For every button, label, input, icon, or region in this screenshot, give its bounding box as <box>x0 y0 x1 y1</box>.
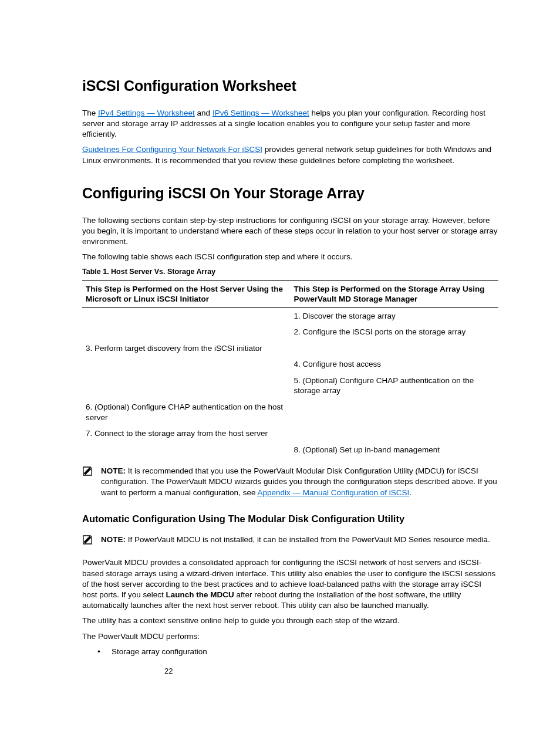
cell: 2. Configure the iSCSI ports on the stor… <box>291 324 499 340</box>
paragraph-mdcu-description: PowerVault MDCU provides a consolidated … <box>82 557 498 611</box>
table-row: 1. Discover the storage array <box>82 307 498 324</box>
table-host-vs-array: This Step is Performed on the Host Serve… <box>82 280 498 458</box>
list-item: Storage array configuration <box>112 647 498 657</box>
table-row: 8. (Optional) Set up in-band management <box>82 442 498 458</box>
note-label: NOTE: <box>101 466 128 475</box>
cell: 7. Connect to the storage array from the… <box>82 425 291 442</box>
cell: 1. Discover the storage array <box>291 307 499 324</box>
heading-iscsi-worksheet: iSCSI Configuration Worksheet <box>82 76 498 96</box>
table-row: 6. (Optional) Configure CHAP authenticat… <box>82 399 498 425</box>
text: The <box>82 109 98 117</box>
heading-auto-config: Automatic Configuration Using The Modula… <box>82 512 498 525</box>
text: . <box>409 488 411 497</box>
link-ipv4-worksheet[interactable]: IPv4 Settings — Worksheet <box>98 109 195 117</box>
text: and <box>195 109 212 117</box>
link-ipv6-worksheet[interactable]: IPv6 Settings — Worksheet <box>212 109 309 117</box>
cell: 5. (Optional) Configure CHAP authenticat… <box>291 373 499 399</box>
note-text: If PowerVault MDCU is not installed, it … <box>128 535 490 544</box>
table-row: 3. Perform target discovery from the iSC… <box>82 340 498 357</box>
paragraph-context-help: The utility has a context sensitive onli… <box>82 616 498 626</box>
paragraph-guidelines: Guidelines For Configuring Your Network … <box>82 144 498 165</box>
cell: 8. (Optional) Set up in-band management <box>291 442 499 458</box>
link-network-guidelines[interactable]: Guidelines For Configuring Your Network … <box>82 145 262 154</box>
table-caption: Table 1. Host Server Vs. Storage Array <box>82 267 498 277</box>
note-icon <box>82 535 95 548</box>
page-number: 22 <box>164 666 173 677</box>
paragraph-table-intro: The following table shows each iSCSI con… <box>82 252 498 262</box>
cell: 6. (Optional) Configure CHAP authenticat… <box>82 399 291 425</box>
note-icon <box>82 466 95 498</box>
table-row: 2. Configure the iSCSI ports on the stor… <box>82 324 498 340</box>
table-header-host: This Step is Performed on the Host Serve… <box>82 281 291 307</box>
paragraph-performs: The PowerVault MDCU performs: <box>82 631 498 642</box>
table-header-array: This Step is Performed on the Storage Ar… <box>291 281 499 307</box>
note-label: NOTE: <box>101 535 128 544</box>
cell: 4. Configure host access <box>291 356 499 373</box>
table-row: 7. Connect to the storage array from the… <box>82 425 498 442</box>
heading-configuring-iscsi: Configuring iSCSI On Your Storage Array <box>82 184 498 204</box>
paragraph-instructions: The following sections contain step-by-s… <box>82 215 498 248</box>
note-block-install: NOTE: If PowerVault MDCU is not installe… <box>82 535 498 548</box>
bold-launch-mdcu: Launch the MDCU <box>166 590 234 599</box>
table-row: 4. Configure host access <box>82 356 498 373</box>
cell: 3. Perform target discovery from the iSC… <box>82 340 291 357</box>
table-row: 5. (Optional) Configure CHAP authenticat… <box>82 373 498 399</box>
note-block-mdcu: NOTE: It is recommended that you use the… <box>82 466 498 498</box>
paragraph-intro: The IPv4 Settings — Worksheet and IPv6 S… <box>82 108 498 140</box>
link-appendix-manual[interactable]: Appendix — Manual Configuration of iSCSI <box>257 488 409 497</box>
bullet-list: Storage array configuration <box>82 647 498 657</box>
